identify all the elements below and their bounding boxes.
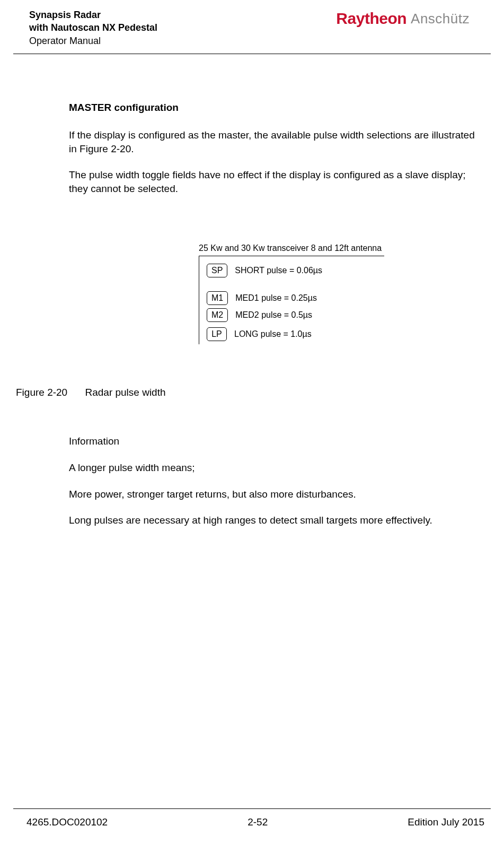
footer-pagenum: 2-52 xyxy=(247,816,268,828)
title-line-3: Operator Manual xyxy=(29,34,157,47)
doc-title-block: Synapsis Radar with Nautoscan NX Pedesta… xyxy=(29,8,157,47)
pulse-button-lp[interactable]: LP xyxy=(207,327,227,341)
footer-docnum: 4265.DOC020102 xyxy=(26,816,108,828)
figure-title: Radar pulse width xyxy=(85,387,165,398)
diagram-body: SP SHORT pulse = 0.06µs M1 MED1 pulse = … xyxy=(199,256,384,344)
brand-anschutz-text: Anschütz xyxy=(411,11,470,27)
figure-number: Figure 2-20 xyxy=(16,387,67,398)
footer-edition: Edition July 2015 xyxy=(408,816,484,828)
info-line-3: Long pulses are necessary at high ranges… xyxy=(69,514,483,527)
pulse-label-m2: MED2 pulse = 0.5µs xyxy=(235,310,312,320)
page-content: MASTER configuration If the display is c… xyxy=(0,54,504,344)
pulse-label-lp: LONG pulse = 1.0µs xyxy=(234,329,312,339)
figure-caption: Figure 2-20 Radar pulse width xyxy=(0,387,504,398)
brand-raytheon-text: Raytheon xyxy=(336,10,406,28)
pulse-button-sp[interactable]: SP xyxy=(207,264,227,277)
info-heading: Information xyxy=(69,434,483,448)
pulse-row-m2: M2 MED2 pulse = 0.5µs xyxy=(207,308,384,322)
title-line-1: Synapsis Radar xyxy=(29,8,157,21)
pulse-button-m1[interactable]: M1 xyxy=(207,291,228,305)
brand-logo: Raytheon Anschütz xyxy=(336,8,470,28)
pulse-row-m1: M1 MED1 pulse = 0.25µs xyxy=(207,291,384,305)
information-block: Information A longer pulse width means; … xyxy=(0,434,504,527)
pulse-button-m2[interactable]: M2 xyxy=(207,308,228,322)
paragraph-2: The pulse width toggle fields have no ef… xyxy=(69,168,483,195)
info-line-1: A longer pulse width means; xyxy=(69,461,483,475)
pulse-row-sp: SP SHORT pulse = 0.06µs xyxy=(207,264,384,277)
info-line-2: More power, stronger target returns, but… xyxy=(69,488,483,501)
paragraph-1: If the display is configured as the mast… xyxy=(69,128,483,155)
section-heading: MASTER configuration xyxy=(69,102,483,114)
pulse-label-sp: SHORT pulse = 0.06µs xyxy=(235,266,322,275)
diagram-caption: 25 Kw and 30 Kw transceiver 8 and 12ft a… xyxy=(199,243,483,254)
pulse-width-diagram: 25 Kw and 30 Kw transceiver 8 and 12ft a… xyxy=(199,243,483,344)
page-header: Synapsis Radar with Nautoscan NX Pedesta… xyxy=(13,0,491,54)
title-line-2: with Nautoscan NX Pedestal xyxy=(29,21,157,34)
pulse-label-m1: MED1 pulse = 0.25µs xyxy=(235,293,317,303)
pulse-row-lp: LP LONG pulse = 1.0µs xyxy=(207,327,384,341)
page-footer: 4265.DOC020102 2-52 Edition July 2015 xyxy=(13,808,491,828)
